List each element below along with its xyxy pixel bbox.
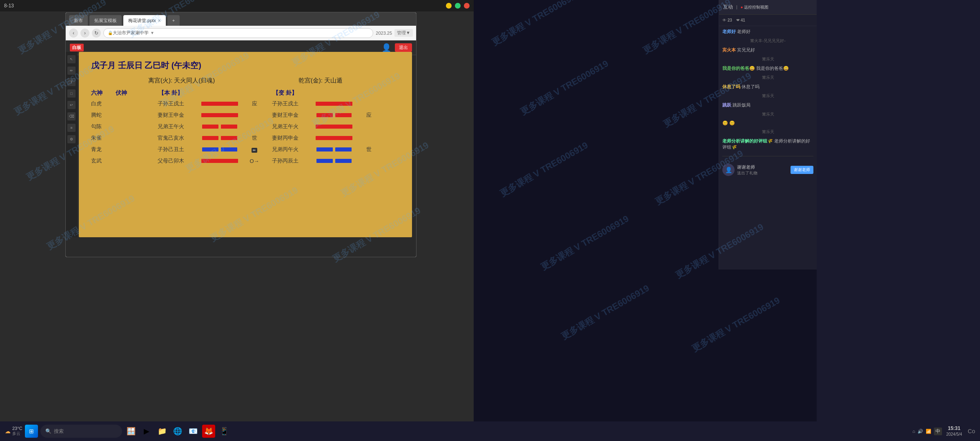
gift-username: 谢谢老师 [737,164,788,170]
clock: 15:31 2024/5/4 [946,425,962,437]
gift-info: 谢谢老师 送出了礼物 [737,164,788,176]
volume-icon[interactable]: 🔊 [918,429,923,434]
tab-close-icon[interactable]: ✕ [158,18,161,23]
col-header-bengua: 【本 卦】 [148,89,193,97]
slide-content: 戊子月 壬辰日 乙巳时 (午未空) 离宫(火): 天火同人(归魂) 乾宫(金):… [79,52,412,237]
scp-sys-4: 篝乐天 [722,93,813,99]
search-icon: 🔍 [45,428,51,434]
taskbar-icon-6[interactable]: 🦊 [202,425,215,438]
window-title: 8-13 [4,3,14,9]
search-bar[interactable]: 🔍 搜索 [40,425,122,438]
back-button[interactable]: ‹ [69,29,78,38]
bottom-taskbar: ☁ 23°C 多云 ⊞ 🔍 搜索 🪟 ▶ 📁 🌐 📧 🦊 📱 ⌂ 🔊 📶 中 1… [0,421,980,441]
refresh-button[interactable]: ↻ [92,29,101,38]
ime-indicator[interactable]: 中 [934,428,942,435]
system-tray: ⌂ 🔊 📶 中 [913,428,942,435]
toolbar-date[interactable]: 2023.25 [376,31,392,36]
maximize-button[interactable] [455,3,461,9]
taskbar-icon-1[interactable]: 🪟 [125,425,138,438]
hex-row-6: 玄武 父母己卯木 O→ 子孙丙辰土 [91,157,400,165]
col-header-shen: 六神 [91,89,116,97]
address-bar[interactable]: 🔒 大治市尹家涮中学 ▼ [103,28,373,38]
gift-btn[interactable]: 谢谢老师 [791,166,813,174]
toolbar-btn[interactable]: 管理▼ [394,29,413,37]
tab-meihua[interactable]: 梅花讲堂.pptx ✕ [123,15,166,26]
scp-sys-1: 篝火丰-兄兄兄兄好- [722,38,813,44]
tool-text[interactable]: T [67,78,76,86]
scp-msg-6: 😊 😊 [722,120,813,126]
close-button[interactable] [464,3,470,9]
scp-tab-live[interactable]: ● 远控控制视图 [741,4,769,10]
tab-new[interactable]: + [167,15,180,26]
scp-messages: 老师好 老师好 篝火丰-兄兄兄兄好- 宾火本 宾兄兄好 篝乐天 我是你的爸爸😄 … [719,26,817,270]
presentation-toolbar: ↖ ✏ T □ ↩ ⌫ ≡ ⚙ [66,52,77,237]
scp-msg-3: 我是你的爸爸😄 我是你的爸爸😄 [722,65,813,71]
hex-row-2: 腾蛇 妻财王申金 妻财王申金 应 [91,111,400,119]
hex-row-1: 白虎 子孙王戌土 应 子孙王戌土 [91,100,400,107]
hex-row-3: 勾陈 兄弟王午火 兄弟王午火 [91,123,400,130]
tool-eraser[interactable]: ⌫ [67,112,76,120]
col-header-lines2 [307,89,361,97]
time-display: 15:31 [946,425,962,432]
main-screen: 8-13 新市 拓展宝模板 梅花讲堂.pptx ✕ + ‹ › [0,0,474,441]
taskbar-icon-7[interactable]: 📱 [218,425,231,438]
scp-sys-6: 篝乐天 [722,129,813,135]
slide-subtitle-row: 离宫(火): 天火同人(归魂) 乾宫(金): 天山遁 [91,77,400,85]
tool-layers[interactable]: ≡ [67,124,76,132]
search-placeholder: 搜索 [54,428,64,435]
title-bar-buttons [446,3,470,9]
browser-toolbar: ‹ › ↻ 🔒 大治市尹家涮中学 ▼ 2023.25 管理▼ [66,26,416,40]
scp-header: 互动 | ● 远控控制视图 [719,0,817,15]
hex-row-4: 朱雀 官鬼己亥水 世 妻财丙申金 [91,134,400,142]
subtitle-right: 乾宫(金): 天山遁 [298,77,343,85]
temperature-indicator: ☁ 23°C 多云 [5,426,22,437]
browser-window: 新市 拓展宝模板 梅花讲堂.pptx ✕ + ‹ › ↻ 🔒 大治市尹家涮中学 … [65,12,416,257]
slide-title: 戊子月 壬辰日 乙巳时 (午未空) [91,60,400,71]
scp-msg-2: 宾火本 宾兄兄好 [722,47,813,53]
scp-msg-1: 老师好 老师好 [722,29,813,35]
tab-xinshi[interactable]: 新市 [69,15,88,26]
scp-sys-2: 篝乐天 [722,56,813,62]
temperature: 23°C [12,426,22,431]
weather-condition: 多云 [12,431,22,437]
taskbar-icon-3[interactable]: 📁 [156,425,169,438]
title-bar: 8-13 [0,0,474,11]
windows-icon: ⊞ [29,428,34,434]
taskbar-right: ⌂ 🔊 📶 中 15:31 2024/5/4 Co [913,425,976,437]
forward-button[interactable]: › [80,29,89,38]
weather-icon: ☁ [5,428,11,434]
minimize-button[interactable] [446,3,452,9]
start-button[interactable]: ⊞ [25,425,38,438]
col-header-biangua: 【变 卦】 [263,89,307,97]
taskbar-icon-5[interactable]: 📧 [187,425,200,438]
divider [722,156,813,156]
wb-logo: 白板 [70,44,84,51]
col-header-marker [246,89,263,97]
gift-action: 送出了礼物 [737,170,788,176]
col-header-lines [193,89,246,97]
scp-sys-5: 篝乐天 [722,111,813,117]
corner-co-text: Co [968,428,975,434]
tool-shape[interactable]: □ [67,89,76,98]
col-header-marker2 [361,89,377,97]
scp-msg-5: 跳跃 跳跃饭局 [722,102,813,108]
taskbar-icon-2[interactable]: ▶ [140,425,153,438]
tool-pen[interactable]: ✏ [67,67,76,75]
scp-sys-3: 篝乐天 [722,75,813,80]
scp-msg-7: 老师分析讲解的好评组🌾 老师分析讲解的好评组🌾 [722,138,813,150]
subtitle-left: 离宫(火): 天火同人(归魂) [148,77,215,85]
hex-row-5: 青龙 子孙己丑土 ✏ 兄弟丙午火 [91,146,400,153]
taskbar-icon-4[interactable]: 🌐 [171,425,184,438]
gift-notification: 👤 谢谢老师 送出了礼物 谢谢老师 [722,162,813,178]
wifi-icon[interactable]: 📶 [926,429,931,434]
network-icon[interactable]: ⌂ [913,429,915,434]
scp-tab-interact[interactable]: 互动 [723,4,733,11]
tool-settings[interactable]: ⚙ [67,135,76,143]
tab-tuozhan[interactable]: 拓展宝模板 [89,15,122,26]
wb-exit-button[interactable]: 退出 [395,43,412,52]
wb-avatar-icon[interactable]: 👤 [381,43,392,53]
tool-cursor[interactable]: ↖ [67,55,76,63]
hex-column-headers: 六神 伏神 【本 卦】 【变 卦】 [91,89,400,97]
gift-avatar: 👤 [722,164,735,176]
tool-undo[interactable]: ↩ [67,101,76,109]
